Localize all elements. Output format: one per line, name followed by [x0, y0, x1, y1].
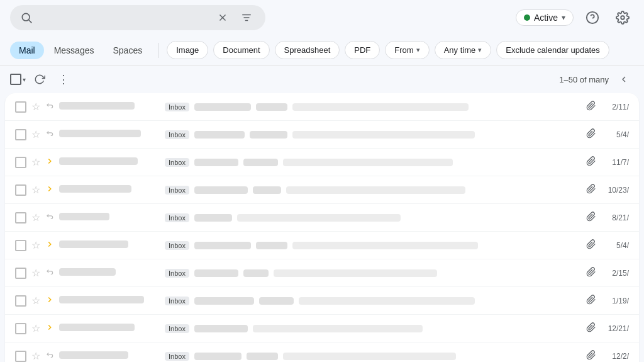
email-row[interactable]: ☆Inbox12/2/: [5, 342, 639, 362]
email-star[interactable]: ☆: [31, 322, 40, 334]
filter-from[interactable]: From ▾: [385, 41, 429, 59]
tab-messages[interactable]: Messages: [45, 42, 103, 59]
email-checkbox[interactable]: [15, 351, 26, 362]
email-checkbox[interactable]: [15, 184, 26, 196]
email-snooze-icon: [45, 212, 54, 223]
email-date: 1/19/: [601, 297, 629, 305]
email-star[interactable]: ☆: [31, 128, 40, 140]
attachment-icon: [586, 295, 596, 307]
email-subject-snippet: [194, 297, 581, 305]
email-sender: [59, 185, 160, 195]
email-date: 10/23/: [601, 186, 629, 195]
email-row[interactable]: ☆Inbox5/4/: [5, 121, 639, 149]
email-snooze-icon: [45, 184, 54, 195]
email-snooze-icon: [45, 240, 54, 251]
email-checkbox[interactable]: [15, 157, 26, 168]
svg-point-9: [621, 16, 625, 20]
svg-line-1: [29, 20, 32, 23]
email-row[interactable]: ☆Inbox2/11/: [5, 93, 639, 121]
email-checkbox[interactable]: [15, 240, 26, 251]
email-subject-snippet: [194, 353, 581, 360]
attachment-icon: [586, 156, 596, 169]
filter-pdf[interactable]: PDF: [345, 41, 380, 59]
attachment-icon: [586, 350, 596, 363]
select-all-dropdown[interactable]: ▾: [23, 76, 26, 83]
email-row[interactable]: ☆Inbox2/15/: [5, 259, 639, 287]
filter-document[interactable]: Document: [213, 41, 269, 59]
email-star[interactable]: ☆: [31, 350, 40, 362]
email-row[interactable]: ☆Inbox8/21/: [5, 204, 639, 232]
email-subject-snippet: [194, 131, 581, 139]
filter-exclude-calendar[interactable]: Exclude calendar updates: [496, 41, 609, 59]
email-star[interactable]: ☆: [31, 239, 40, 251]
email-row[interactable]: ☆Inbox11/7/: [5, 149, 639, 176]
from-dropdown-icon: ▾: [416, 46, 420, 54]
email-sender: [59, 324, 160, 333]
email-star[interactable]: ☆: [31, 156, 40, 168]
filter-anytime[interactable]: Any time ▾: [435, 41, 492, 59]
filter-row: Mail Messages Spaces Image Document Spre…: [0, 35, 644, 65]
inbox-tag: Inbox: [165, 158, 189, 167]
inbox-tag: Inbox: [165, 352, 189, 361]
email-snooze-icon: [45, 295, 54, 306]
attachment-icon: [586, 267, 596, 280]
clear-search-button[interactable]: [214, 9, 231, 26]
active-label: Active: [534, 13, 558, 23]
email-row[interactable]: ☆Inbox1/19/: [5, 287, 639, 315]
help-button[interactable]: [581, 6, 604, 29]
search-input[interactable]: has:attachment: [39, 12, 208, 23]
email-checkbox[interactable]: [15, 212, 26, 223]
email-star[interactable]: ☆: [31, 212, 40, 223]
email-row[interactable]: ☆Inbox12/21/: [5, 315, 639, 342]
email-checkbox[interactable]: [15, 323, 26, 334]
attachment-icon: [586, 322, 596, 335]
filter-pdf-label: PDF: [354, 45, 370, 55]
filter-image[interactable]: Image: [167, 41, 208, 59]
email-star[interactable]: ☆: [31, 295, 40, 307]
email-row[interactable]: ☆Inbox5/4/: [5, 232, 639, 259]
email-date: 12/21/: [601, 324, 629, 333]
email-checkbox[interactable]: [15, 295, 26, 307]
email-sender: [59, 268, 160, 278]
filter-spreadsheet[interactable]: Spreadsheet: [275, 41, 340, 59]
email-star[interactable]: ☆: [31, 267, 40, 279]
filter-image-label: Image: [176, 45, 199, 55]
email-subject-snippet: [194, 103, 581, 111]
settings-button[interactable]: [611, 6, 634, 29]
active-dot: [524, 14, 530, 21]
email-checkbox[interactable]: [15, 129, 26, 140]
email-sender: [59, 157, 160, 167]
email-subject-snippet: [194, 214, 581, 222]
more-options-button[interactable]: ⋮: [53, 69, 74, 89]
top-bar: has:attachment Active ▾: [0, 0, 644, 35]
email-checkbox[interactable]: [15, 101, 26, 113]
inbox-tag: Inbox: [165, 103, 189, 111]
view-tabs: Mail Messages Spaces: [10, 42, 151, 59]
toolbar-row: ▾ ⋮ 1–50 of many: [0, 65, 644, 93]
filter-spreadsheet-label: Spreadsheet: [284, 45, 331, 55]
toolbar-left: ▾ ⋮: [10, 69, 74, 89]
email-date: 12/2/: [601, 352, 629, 361]
email-subject-snippet: [194, 159, 581, 166]
email-star[interactable]: ☆: [31, 184, 40, 196]
email-snooze-icon: [45, 157, 54, 167]
toolbar-right: 1–50 of many: [559, 69, 634, 89]
refresh-button[interactable]: [30, 69, 50, 89]
inbox-tag: Inbox: [165, 130, 189, 139]
search-icon: [20, 11, 33, 24]
email-sender: [59, 130, 160, 139]
tab-mail[interactable]: Mail: [10, 42, 44, 59]
email-checkbox[interactable]: [15, 268, 26, 279]
email-date: 5/4/: [601, 130, 629, 139]
attachment-icon: [586, 128, 596, 141]
pagination-prev-button[interactable]: [614, 69, 634, 89]
email-row[interactable]: ☆Inbox10/23/: [5, 176, 639, 204]
attachment-icon: [586, 101, 596, 113]
select-all-checkbox[interactable]: [10, 74, 21, 85]
active-status-button[interactable]: Active ▾: [516, 9, 574, 26]
attachment-icon: [586, 239, 596, 252]
tab-spaces[interactable]: Spaces: [104, 42, 151, 59]
search-options-button[interactable]: [238, 9, 255, 26]
attachment-icon: [586, 184, 596, 196]
email-star[interactable]: ☆: [31, 101, 40, 113]
